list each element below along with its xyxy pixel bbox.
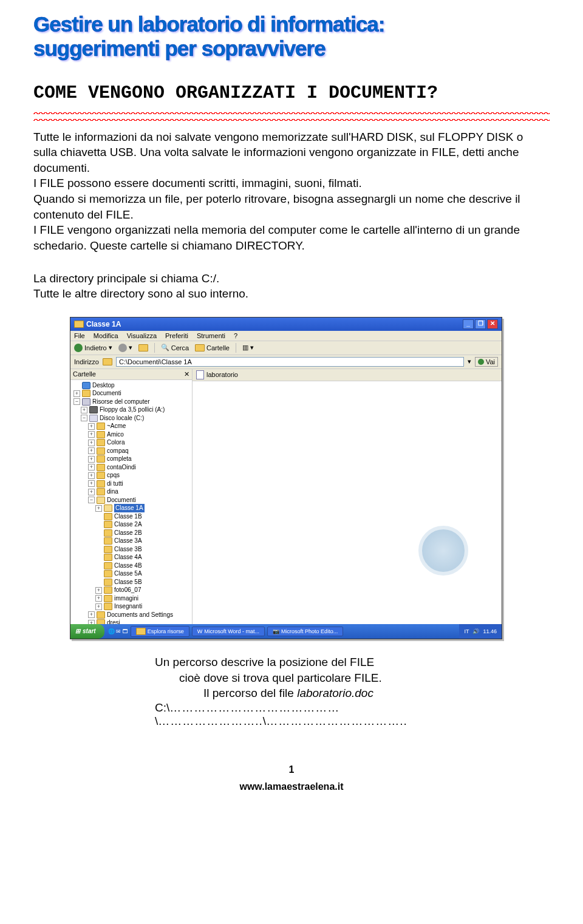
folder-icon: [104, 554, 112, 561]
expand-box[interactable]: −: [81, 415, 87, 421]
tree-item[interactable]: Classe 4B: [72, 562, 191, 570]
folder-icon: [97, 611, 105, 619]
tray-icons[interactable]: 🔊: [472, 628, 479, 634]
quicklaunch-icons[interactable]: 🌐 ✉ 🗔: [108, 628, 128, 634]
views-button[interactable]: ▥▾: [242, 344, 254, 352]
expand-box[interactable]: +: [95, 505, 102, 512]
bottom-line-3: Il percorso del file laboratorio.doc: [203, 687, 373, 699]
photo-icon: 📷: [273, 628, 279, 634]
forward-button[interactable]: ▾: [118, 344, 132, 352]
tree-item[interactable]: Classe 5B: [72, 578, 191, 586]
menu-visualizza[interactable]: Visualizza: [127, 332, 157, 339]
tree-item[interactable]: +Floppy da 3,5 pollici (A:): [72, 406, 191, 414]
taskbar-item-photo[interactable]: 📷 Microsoft Photo Edito...: [267, 627, 343, 636]
search-icon: 🔍: [161, 344, 169, 352]
expand-box[interactable]: +: [88, 440, 95, 446]
close-pane-icon[interactable]: ✕: [184, 370, 189, 378]
tree-item[interactable]: +Documenti: [72, 389, 191, 398]
search-button[interactable]: 🔍 Cerca: [161, 344, 189, 352]
tray-lang[interactable]: IT: [464, 628, 469, 634]
folder-icon: [97, 439, 105, 446]
tree-item[interactable]: +Colora: [72, 438, 191, 447]
folder-icon: [104, 529, 112, 537]
expand-box[interactable]: +: [95, 595, 102, 602]
tree-item[interactable]: −Risorse del computer: [72, 398, 191, 406]
go-button[interactable]: Vai: [475, 357, 498, 367]
folder-icon: [104, 562, 112, 569]
tree-item[interactable]: Classe 5A: [72, 569, 191, 578]
tree-item[interactable]: +Documents and Settings: [72, 611, 191, 619]
para-4: I FILE vengono organizzati nella memoria…: [33, 223, 520, 252]
maximize-button[interactable]: ❐: [475, 319, 486, 329]
tree-item[interactable]: +foto06_07: [72, 586, 191, 594]
expand-box[interactable]: +: [88, 611, 95, 618]
chevron-down-icon[interactable]: ▾: [468, 358, 471, 365]
tray-clock: 11.46: [483, 628, 497, 634]
tree-label: Desktop: [92, 381, 115, 390]
tree-item[interactable]: +Insegnanti: [72, 602, 191, 611]
system-tray[interactable]: IT 🔊 11.46: [459, 624, 502, 639]
content-item[interactable]: laboratorio: [193, 369, 502, 381]
tree-item[interactable]: −Disco locale (C:): [72, 414, 191, 423]
tree-item[interactable]: −Documenti: [72, 496, 191, 504]
tree-item[interactable]: +dresi: [72, 619, 191, 624]
window-titlebar[interactable]: Classe 1A _ ❐ ✕: [70, 318, 502, 331]
taskbar-item-word[interactable]: W Microsoft Word - mat...: [192, 627, 265, 636]
expand-box[interactable]: +: [81, 407, 87, 413]
expand-box[interactable]: +: [88, 431, 95, 438]
tree-item[interactable]: Desktop: [72, 381, 191, 390]
tree-label: Classe 3A: [114, 537, 142, 545]
menu-file[interactable]: File: [74, 332, 85, 339]
minimize-button[interactable]: _: [463, 319, 474, 329]
menu-strumenti[interactable]: Strumenti: [197, 332, 225, 339]
tree-item[interactable]: +dina: [72, 487, 191, 496]
tree-item[interactable]: +Amico: [72, 430, 191, 439]
tree-label: Classe 1A: [114, 504, 145, 512]
expand-box[interactable]: +: [95, 587, 102, 594]
start-button[interactable]: ⊞ start: [70, 624, 104, 639]
path-line: C:\……………………………………\……………………..\………………………………: [155, 701, 550, 728]
tree-item[interactable]: Classe 1B: [72, 512, 191, 521]
expand-box[interactable]: +: [73, 390, 80, 397]
expand-box[interactable]: +: [95, 603, 102, 610]
address-input[interactable]: C:\Documenti\Classe 1A: [116, 357, 464, 367]
tree-item[interactable]: +cpqs: [72, 471, 191, 480]
back-button[interactable]: Indietro ▾: [74, 344, 112, 352]
up-button[interactable]: [138, 344, 148, 352]
tree-item[interactable]: Classe 4A: [72, 553, 191, 562]
tree-item[interactable]: +contaOindi: [72, 463, 191, 472]
taskbar-item-explorer[interactable]: Esplora risorse: [131, 626, 189, 637]
tree-item[interactable]: Classe 3B: [72, 545, 191, 554]
expand-box[interactable]: +: [88, 464, 95, 470]
tree-item[interactable]: Classe 2A: [72, 520, 191, 529]
tree-label: completa: [107, 455, 132, 463]
menu-help[interactable]: ?: [234, 332, 237, 339]
folders-icon: [195, 344, 205, 352]
tree-item[interactable]: +Classe 1A: [72, 504, 191, 512]
expand-box[interactable]: +: [88, 489, 95, 495]
folders-label: Cartelle: [206, 344, 230, 352]
folders-button[interactable]: Cartelle: [195, 344, 230, 352]
expand-box[interactable]: −: [88, 497, 95, 503]
menu-preferiti[interactable]: Preferiti: [165, 332, 188, 339]
expand-box[interactable]: +: [88, 447, 95, 454]
tree-item[interactable]: Classe 2B: [72, 529, 191, 537]
tree-item[interactable]: Classe 3A: [72, 537, 191, 545]
close-button[interactable]: ✕: [487, 319, 498, 329]
expand-box[interactable]: +: [88, 480, 95, 487]
content-pane[interactable]: laboratorio: [193, 369, 502, 624]
tree-item[interactable]: +~Acme: [72, 422, 191, 430]
expand-box[interactable]: +: [88, 620, 95, 624]
folder-tree[interactable]: Desktop+Documenti−Risorse del computer+F…: [70, 380, 192, 624]
tree-item[interactable]: +immagini: [72, 594, 191, 603]
expand-box[interactable]: +: [88, 472, 95, 479]
expand-box[interactable]: +: [88, 423, 95, 430]
tree-item[interactable]: +compaq: [72, 447, 191, 455]
tree-item[interactable]: +di tutti: [72, 480, 191, 488]
tree-item[interactable]: +completa: [72, 455, 191, 463]
expand-box[interactable]: +: [88, 456, 95, 463]
expand-box[interactable]: −: [73, 398, 80, 405]
tree-label: dresi: [107, 619, 120, 624]
menu-modifica[interactable]: Modifica: [94, 332, 118, 339]
tree-label: Disco locale (C:): [100, 414, 144, 423]
